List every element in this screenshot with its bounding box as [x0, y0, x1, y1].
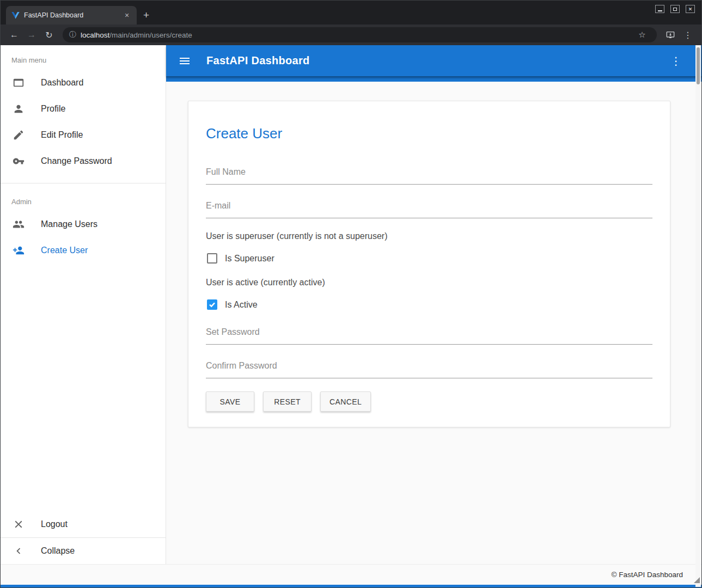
sidebar-section-admin: Admin	[1, 183, 166, 211]
url-path: /main/admin/users/create	[109, 31, 192, 39]
content-area: Create User User is superuser (currently…	[166, 82, 701, 564]
bookmark-star-icon[interactable]: ☆	[634, 27, 650, 42]
sidebar-item-logout[interactable]: Logout	[1, 511, 166, 537]
person-icon	[13, 103, 25, 115]
url-text: localhost/main/admin/users/create	[81, 31, 630, 39]
form-buttons: SAVE RESET CANCEL	[206, 391, 652, 412]
footer-accent-strip	[1, 585, 701, 587]
confirm-password-input[interactable]	[206, 358, 652, 378]
sidebar-item-label: Dashboard	[41, 78, 83, 88]
dashboard-icon	[13, 77, 25, 89]
sidebar-item-collapse[interactable]: Collapse	[1, 538, 166, 564]
sidebar: Main menu Dashboard Profile Edit Profile…	[1, 45, 166, 564]
reload-icon[interactable]: ↻	[41, 27, 57, 42]
browser-window: FastAPI Dashboard × + ✕ ← → ↻ ⓘ localhos…	[0, 0, 702, 588]
browser-menu-kebab-icon[interactable]: ⋮	[680, 27, 696, 42]
sidebar-spacer	[1, 264, 166, 511]
reset-button[interactable]: RESET	[263, 391, 312, 412]
window-controls: ✕	[655, 5, 695, 13]
full-name-field-wrap	[206, 164, 652, 185]
sidebar-item-label: Edit Profile	[41, 130, 83, 140]
install-app-icon[interactable]	[662, 27, 679, 42]
close-icon	[13, 518, 25, 530]
pencil-icon	[13, 129, 25, 141]
vuetify-favicon-icon	[11, 12, 20, 19]
site-info-icon[interactable]: ⓘ	[69, 30, 76, 40]
active-checkbox	[207, 299, 217, 310]
save-button[interactable]: SAVE	[206, 391, 254, 412]
url-host: localhost	[81, 31, 109, 39]
footer-copyright: © FastAPI Dashboard	[611, 571, 683, 579]
superuser-checkbox-label: Is Superuser	[225, 254, 274, 264]
minimize-icon	[658, 10, 662, 11]
sidebar-section-main-menu: Main menu	[1, 45, 166, 70]
create-user-card: Create User User is superuser (currently…	[188, 101, 670, 427]
person-add-icon	[13, 244, 25, 256]
active-hint: User is active (currently active)	[206, 278, 652, 287]
password-input[interactable]	[206, 324, 652, 345]
sidebar-item-manage-users[interactable]: Manage Users	[1, 211, 166, 237]
new-tab-button[interactable]: +	[143, 10, 149, 20]
sidebar-item-create-user[interactable]: Create User	[1, 237, 166, 264]
email-field-wrap	[206, 198, 652, 218]
active-checkbox-label: Is Active	[225, 300, 258, 310]
sidebar-item-label: Logout	[41, 519, 68, 529]
people-icon	[13, 218, 25, 230]
resize-grip[interactable]	[694, 577, 700, 583]
maximize-icon	[673, 8, 677, 11]
window-close-button[interactable]: ✕	[686, 5, 695, 13]
superuser-checkbox	[207, 253, 217, 264]
sidebar-item-label: Manage Users	[41, 219, 97, 229]
appbar-extension	[166, 76, 701, 82]
confirm-password-field-wrap	[206, 358, 652, 378]
address-bar[interactable]: ⓘ localhost/main/admin/users/create ☆	[63, 27, 657, 42]
page-footer: © FastAPI Dashboard	[1, 564, 701, 585]
chevron-left-icon	[13, 545, 25, 557]
browser-tab[interactable]: FastAPI Dashboard ×	[6, 6, 137, 24]
browser-toolbar: ← → ↻ ⓘ localhost/main/admin/users/creat…	[1, 24, 701, 45]
scrollbar[interactable]	[695, 45, 701, 587]
sidebar-item-profile[interactable]: Profile	[1, 96, 166, 122]
sidebar-item-edit-profile[interactable]: Edit Profile	[1, 122, 166, 148]
main-area: FastAPI Dashboard ⋮ Create User User is …	[166, 45, 701, 564]
appbar-kebab-icon[interactable]: ⋮	[670, 54, 689, 68]
app-bar: FastAPI Dashboard ⋮	[166, 45, 701, 76]
forward-icon[interactable]: →	[23, 27, 40, 42]
sidebar-item-label: Change Password	[41, 156, 112, 166]
password-field-wrap	[206, 324, 652, 345]
page-title: Create User	[206, 125, 652, 142]
sidebar-item-label: Profile	[41, 104, 65, 114]
appbar-title: FastAPI Dashboard	[206, 54, 310, 67]
tab-close-icon[interactable]: ×	[123, 11, 131, 20]
full-name-input[interactable]	[206, 164, 652, 185]
window-minimize-button[interactable]	[655, 5, 664, 13]
superuser-checkbox-row[interactable]: Is Superuser	[207, 253, 652, 264]
hamburger-menu-icon[interactable]	[178, 54, 191, 68]
sidebar-item-label: Create User	[41, 246, 88, 255]
window-maximize-button[interactable]	[670, 5, 680, 13]
superuser-hint: User is superuser (currently is not a su…	[206, 231, 652, 241]
page: Main menu Dashboard Profile Edit Profile…	[1, 45, 701, 564]
sidebar-item-label: Collapse	[41, 546, 75, 556]
cancel-button[interactable]: CANCEL	[320, 391, 371, 412]
scrollbar-thumb[interactable]	[697, 47, 700, 84]
tab-strip: FastAPI Dashboard × + ✕	[1, 1, 701, 24]
tab-title: FastAPI Dashboard	[24, 11, 118, 19]
sidebar-item-change-password[interactable]: Change Password	[1, 148, 166, 174]
active-checkbox-row[interactable]: Is Active	[207, 299, 652, 310]
key-icon	[13, 155, 25, 167]
email-input[interactable]	[206, 198, 652, 218]
back-icon[interactable]: ←	[6, 27, 22, 42]
sidebar-item-dashboard[interactable]: Dashboard	[1, 70, 166, 96]
